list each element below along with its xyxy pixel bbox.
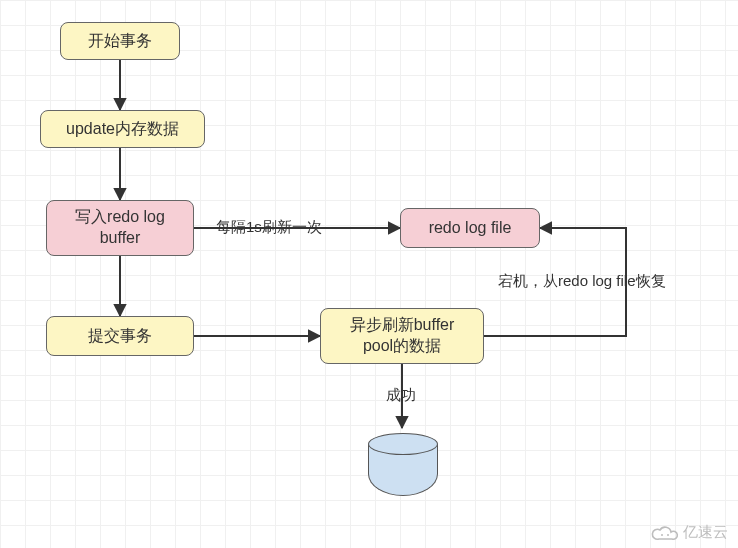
edge-label-n6-n4: 宕机，从redo log file恢复 — [498, 272, 666, 291]
svg-point-1 — [667, 534, 669, 536]
node-redo-log-file: redo log file — [400, 208, 540, 248]
node-start-transaction: 开始事务 — [60, 22, 180, 60]
cloud-icon — [651, 524, 679, 542]
node-label: 写入redo log buffer — [75, 207, 165, 249]
node-update-memory: update内存数据 — [40, 110, 205, 148]
edge-label-n6-n7: 成功 — [386, 386, 416, 405]
node-label: 开始事务 — [88, 31, 152, 52]
node-label: 提交事务 — [88, 326, 152, 347]
node-database — [368, 444, 438, 496]
node-async-flush-buffer-pool: 异步刷新buffer pool的数据 — [320, 308, 484, 364]
edge-label-n3-n4: 每隔1s刷新一次 — [216, 218, 322, 237]
diagram-stage: 开始事务 update内存数据 写入redo log buffer redo l… — [0, 0, 738, 548]
node-commit-transaction: 提交事务 — [46, 316, 194, 356]
node-label: 异步刷新buffer pool的数据 — [350, 315, 455, 357]
svg-point-0 — [661, 534, 663, 536]
cylinder-top — [368, 433, 438, 455]
node-label: redo log file — [429, 218, 512, 239]
watermark: 亿速云 — [651, 523, 728, 542]
node-write-redo-buffer: 写入redo log buffer — [46, 200, 194, 256]
watermark-text: 亿速云 — [683, 523, 728, 542]
node-label: update内存数据 — [66, 119, 179, 140]
